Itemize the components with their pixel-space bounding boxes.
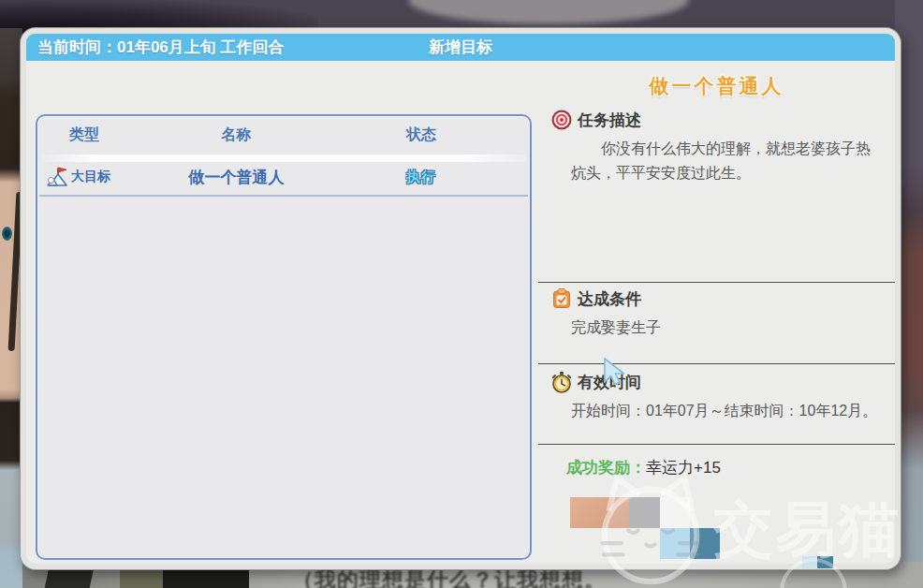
row-divider xyxy=(39,195,528,197)
clipboard-check-icon xyxy=(550,287,573,310)
ceiling-lamp-glow xyxy=(408,0,689,24)
task-description-text: 你没有什么伟大的理解，就想老婆孩子热炕头，平平安安度过此生。 xyxy=(571,137,882,185)
section-achieve-condition: 达成条件 完成娶妻生子 xyxy=(550,287,882,340)
section-task-description: 任务描述 你没有什么伟大的理解，就想老婆孩子热炕头，平平安安度过此生。 xyxy=(550,109,882,185)
cursor-arrow-icon xyxy=(601,357,631,387)
goal-table: 类型 名称 状态 大目标 做一个普通人 执行 xyxy=(36,114,532,560)
target-icon xyxy=(550,109,573,131)
section-divider xyxy=(538,444,895,445)
goal-detail-title: 做一个普通人 xyxy=(538,73,895,99)
character-portrait xyxy=(0,28,22,588)
section-heading: 任务描述 xyxy=(550,109,882,131)
stopwatch-icon xyxy=(550,371,573,393)
column-header-name: 名称 xyxy=(131,125,342,145)
column-header-type: 类型 xyxy=(37,125,131,145)
column-header-status: 状态 xyxy=(342,125,501,145)
section-heading: 达成条件 xyxy=(550,287,882,310)
dialog-title: 新增目标 xyxy=(429,34,492,61)
character-eye xyxy=(2,227,12,241)
goal-type-label: 大目标 xyxy=(71,169,110,185)
mountain-flag-icon xyxy=(45,166,69,188)
goal-row[interactable]: 大目标 做一个普通人 执行 xyxy=(37,162,530,192)
section-heading-label: 达成条件 xyxy=(578,288,641,310)
section-divider xyxy=(538,363,895,364)
current-time-label: 当前时间：01年06月上旬 工作回合 xyxy=(37,34,285,61)
goal-status-badge: 执行 xyxy=(342,169,501,186)
background-shape xyxy=(45,567,95,588)
game-screen: （我的理想是什么？让我想想。 当前时间：01年06月上旬 工作回合 新增目标 类… xyxy=(0,0,923,588)
watermark-text: 交易猫 xyxy=(713,489,901,570)
valid-time-text: 开始时间：01年07月～结束时间：10年12月。 xyxy=(571,399,882,423)
achieve-condition-text: 完成娶妻生子 xyxy=(571,316,882,340)
goal-name-cell: 做一个普通人 xyxy=(131,167,342,188)
table-header-divider xyxy=(41,154,526,162)
section-heading-label: 任务描述 xyxy=(578,110,641,131)
goal-table-header: 类型 名称 状态 xyxy=(37,116,530,154)
section-divider xyxy=(538,282,895,283)
goal-type-cell: 大目标 xyxy=(37,166,131,188)
